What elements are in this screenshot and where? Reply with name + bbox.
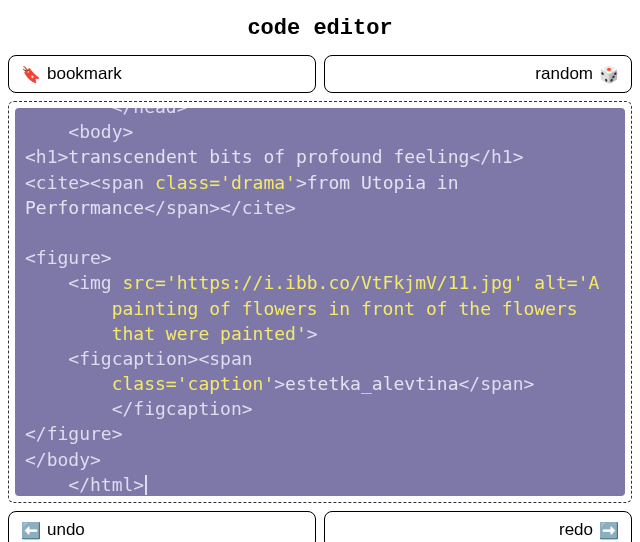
undo-label: undo <box>47 520 85 540</box>
code-line: <cite><span class='drama'>from Utopia in… <box>25 170 615 220</box>
redo-label: redo <box>559 520 593 540</box>
dice-icon: 🎲 <box>599 65 619 84</box>
code-editor-textarea[interactable]: </head><body><h1>transcendent bits of pr… <box>15 108 625 496</box>
code-line: </figure> <box>25 421 615 446</box>
code-line: <figcaption><span class='caption'>estetk… <box>68 346 615 422</box>
page-title: code editor <box>247 16 392 41</box>
code-line: <figure> <box>25 245 615 270</box>
bookmark-button[interactable]: 🔖 bookmark <box>8 55 316 93</box>
code-line: </body> <box>25 447 615 472</box>
code-line: </head> <box>112 108 615 119</box>
top-button-row: 🔖 bookmark random 🎲 <box>8 55 632 93</box>
bottom-button-row: ⬅️ undo redo ➡️ <box>8 511 632 542</box>
code-line: <h1>transcendent bits of profound feelin… <box>25 144 615 169</box>
random-label: random <box>535 64 593 84</box>
redo-icon: ➡️ <box>599 521 619 540</box>
bookmark-label: bookmark <box>47 64 122 84</box>
undo-button[interactable]: ⬅️ undo <box>8 511 316 542</box>
editor-frame: </head><body><h1>transcendent bits of pr… <box>8 101 632 503</box>
code-line: <body> <box>68 119 615 144</box>
undo-icon: ⬅️ <box>21 521 41 540</box>
code-line: </html> <box>68 472 615 496</box>
code-line: <img src='https://i.ibb.co/VtFkjmV/11.jp… <box>68 270 615 346</box>
random-button[interactable]: random 🎲 <box>324 55 632 93</box>
text-cursor <box>145 475 147 495</box>
redo-button[interactable]: redo ➡️ <box>324 511 632 542</box>
code-line <box>25 220 615 245</box>
bookmark-icon: 🔖 <box>21 65 41 84</box>
